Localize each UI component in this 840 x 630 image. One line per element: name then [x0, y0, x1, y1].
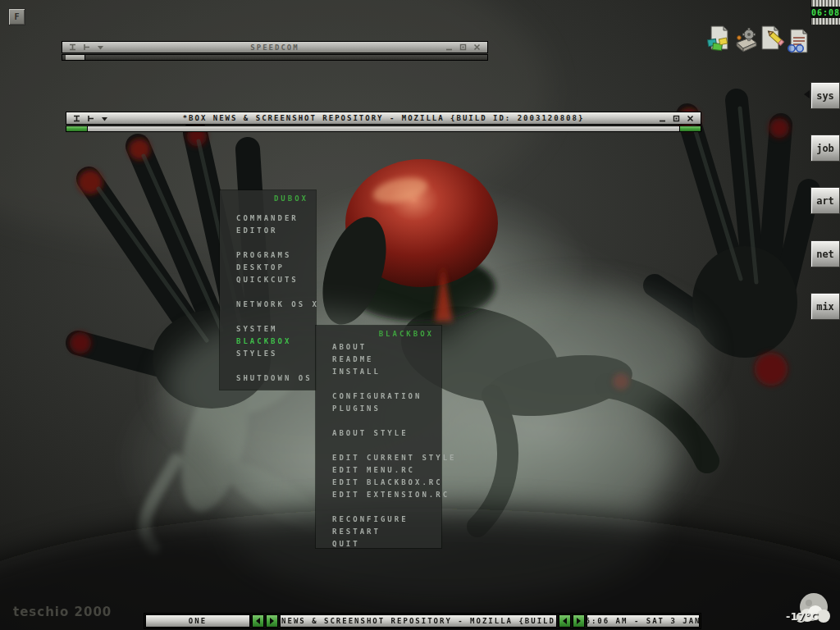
main-window-title: *BOX NEWS & SCREENSHOT REPOSITORY - MOZI… [112, 114, 655, 122]
stick-icon[interactable] [86, 114, 95, 123]
dock-button-mix[interactable]: mix [810, 293, 840, 320]
dock-clock-display: 06:08 [811, 7, 840, 18]
menu-item-edit-menu-rc[interactable]: EDIT MENU.RC [316, 466, 441, 478]
weather-applet: -17°C [779, 589, 840, 630]
moon-clouds-icon [779, 589, 840, 630]
left-arrow-icon [563, 618, 567, 624]
dock-clock-widget: 06:08 [810, 0, 840, 25]
toolbar-window-title[interactable]: *BOX NEWS & SCREENSHOT REPOSITORY - MOZI… [280, 614, 557, 628]
menu-item-about[interactable]: ABOUT [316, 343, 441, 355]
window-grip[interactable] [66, 55, 85, 60]
dock-button-art[interactable]: art [810, 187, 840, 214]
menu-item-restart[interactable]: RESTART [316, 527, 441, 540]
menu-item-programs[interactable]: PROGRAMS [220, 251, 316, 263]
root-menu: DUBOX COMMANDER EDITOR PROGRAMS DESKTOP … [220, 190, 316, 390]
workspace-next-button[interactable] [266, 614, 278, 628]
dock-button-job[interactable]: job [810, 135, 840, 162]
shaded-window-titlebar[interactable]: SPEEDCOM [62, 41, 488, 53]
menu-item-quit[interactable]: QUIT [316, 540, 441, 552]
minimize-icon[interactable] [658, 114, 667, 123]
minimize-icon[interactable] [445, 43, 454, 52]
slit-arrow-icon[interactable] [804, 90, 810, 98]
build-tool-desktop-icon[interactable] [733, 26, 760, 56]
clock-rib-bottom [811, 18, 840, 25]
menu-arrow-icon[interactable] [96, 43, 105, 52]
components-desktop-icon[interactable] [705, 25, 732, 54]
shaded-window-handle[interactable] [62, 54, 488, 61]
viewer-desktop-icon[interactable] [784, 28, 810, 57]
maximize-icon[interactable] [459, 43, 468, 52]
menu-item-shutdown-os[interactable]: SHUTDOWN OS [220, 374, 316, 386]
temperature-readout: -17°C [786, 610, 819, 623]
root-menu-title: DUBOX [220, 190, 316, 204]
toolbar-clock: 6:06 AM - SAT 3 JAN [587, 614, 700, 628]
iconified-window-box[interactable]: F [8, 8, 25, 25]
window-next-button[interactable] [573, 614, 585, 628]
maximize-icon[interactable] [672, 114, 681, 123]
main-window-titlebar[interactable]: *BOX NEWS & SCREENSHOT REPOSITORY - MOZI… [66, 112, 701, 125]
blackbox-submenu: BLACKBOX ABOUT README INSTALL CONFIGURAT… [316, 326, 441, 548]
shade-icon[interactable] [68, 43, 77, 52]
close-icon[interactable] [686, 114, 695, 123]
menu-item-edit-blackbox-rc[interactable]: EDIT BLACKBOX.RC [316, 478, 441, 491]
dock-button-sys[interactable]: sys [810, 82, 840, 109]
menu-item-plugins[interactable]: PLUGINS [316, 404, 441, 417]
editor-desktop-icon[interactable] [758, 23, 784, 52]
main-window-handle[interactable] [66, 126, 701, 132]
blackbox-submenu-title: BLACKBOX [316, 326, 441, 340]
menu-item-quickcuts[interactable]: QUICKCUTS [220, 276, 316, 288]
menu-item-reconfigure[interactable]: RECONFIGURE [316, 515, 441, 527]
window-grip-right[interactable] [679, 126, 701, 131]
menu-item-install[interactable]: INSTALL [316, 368, 441, 380]
menu-item-edit-current-style[interactable]: EDIT CURRENT STYLE [316, 454, 441, 466]
workspace-label[interactable]: ONE [145, 614, 250, 628]
wallpaper-signature: teschio 2000 [13, 605, 112, 619]
menu-item-about-style[interactable]: ABOUT STYLE [316, 429, 441, 441]
close-icon[interactable] [472, 43, 482, 52]
menu-item-edit-extension-rc[interactable]: EDIT EXTENSION.RC [316, 491, 441, 503]
desktop: teschio 2000 F SPEEDCOM *BOX NEWS & SCRE… [0, 0, 840, 630]
shaded-window-title: SPEEDCOM [107, 43, 442, 52]
menu-item-readme[interactable]: README [316, 355, 441, 368]
menu-item-styles[interactable]: STYLES [220, 349, 316, 362]
clock-rib-top [811, 0, 840, 7]
right-arrow-icon [577, 618, 581, 624]
window-prev-button[interactable] [559, 614, 571, 628]
toolbar: ONE *BOX NEWS & SCREENSHOT REPOSITORY - … [144, 613, 701, 629]
left-arrow-icon [256, 618, 260, 624]
menu-item-commander[interactable]: COMMANDER [220, 214, 316, 226]
dock-button-net[interactable]: net [810, 240, 840, 267]
menu-item-configuration[interactable]: CONFIGURATION [316, 392, 441, 404]
shade-icon[interactable] [72, 114, 81, 123]
menu-item-blackbox[interactable]: BLACKBOX [220, 337, 316, 349]
workspace-prev-button[interactable] [252, 614, 264, 628]
right-arrow-icon [270, 618, 274, 624]
menu-arrow-icon[interactable] [100, 114, 109, 123]
menu-item-network-os-x[interactable]: NETWORK OS X [220, 300, 316, 313]
stick-icon[interactable] [82, 43, 91, 52]
menu-item-editor[interactable]: EDITOR [220, 226, 316, 239]
menu-item-system[interactable]: SYSTEM [220, 325, 316, 337]
menu-item-desktop[interactable]: DESKTOP [220, 263, 316, 276]
window-grip-left[interactable] [66, 126, 88, 131]
